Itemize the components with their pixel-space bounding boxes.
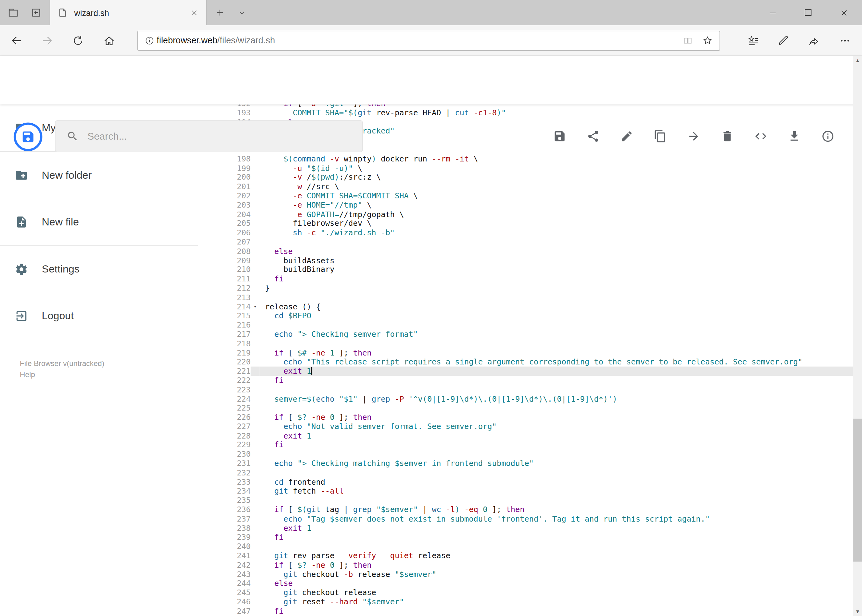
code-line-209[interactable]: 209 buildAssets (220, 256, 853, 265)
code-line-240[interactable]: 240 (220, 542, 853, 551)
code-line-202[interactable]: 202 -e COMMIT_SHA=$COMMIT_SHA \ (220, 191, 853, 201)
save-button[interactable] (553, 130, 566, 143)
code-line-213[interactable]: 213 (220, 293, 853, 302)
code-line-206[interactable]: 206 sh -c "./wizard.sh -b" (220, 228, 853, 237)
copy-button[interactable] (654, 130, 667, 143)
scroll-up-arrow-icon[interactable]: ▲ (853, 56, 862, 65)
window-maximize-button[interactable] (796, 0, 821, 25)
code-line-228[interactable]: 228 exit 1 (220, 431, 853, 440)
sidebar-item-logout[interactable]: Logout (0, 292, 220, 339)
window-minimize-button[interactable] (760, 0, 785, 25)
code-view-button[interactable] (754, 130, 767, 143)
delete-button[interactable] (721, 130, 734, 143)
scrollbar-thumb[interactable] (853, 419, 862, 562)
code-line-215[interactable]: 215 cd $REPO (220, 311, 853, 321)
code-line-241[interactable]: 241 git rev-parse --verify --quiet relea… (220, 551, 853, 560)
forward-button[interactable] (36, 30, 58, 51)
page-scrollbar[interactable]: ▲ ▼ (853, 56, 862, 616)
code-line-210[interactable]: 210 buildBinary (220, 265, 853, 274)
window-close-button[interactable] (831, 0, 856, 25)
set-tabs-aside-icon (30, 6, 42, 19)
search-input[interactable] (86, 130, 362, 143)
code-line-207[interactable]: 207 (220, 237, 853, 247)
code-line-247[interactable]: 247 fi (220, 607, 853, 616)
code-line-212[interactable]: 212} (220, 284, 853, 293)
sidebar-item-new-file[interactable]: New file (0, 198, 220, 245)
info-button[interactable] (821, 130, 835, 143)
code-line-225[interactable]: 225 (220, 404, 853, 413)
address-bar[interactable]: filebrowser.web/files/wizard.sh (137, 31, 720, 50)
set-tabs-aside-button[interactable] (24, 0, 49, 25)
line-number: 198 (220, 154, 251, 163)
web-notes-button[interactable] (772, 30, 794, 51)
refresh-button[interactable] (67, 30, 89, 51)
new-tab-button[interactable] (209, 0, 231, 25)
code-line-214[interactable]: 214▾release () { (220, 302, 853, 311)
code-line-245[interactable]: 245 git checkout release (220, 588, 853, 597)
code-line-204[interactable]: 204 -e GOPATH=//tmp/gopath \ (220, 210, 853, 219)
tab[interactable]: wizard.sh (50, 0, 207, 25)
code-line-224[interactable]: 224 semver=$(echo "$1" | grep -P '^v(0|[… (220, 394, 853, 404)
code-line-243[interactable]: 243 git checkout -b release "$semver" (220, 570, 853, 579)
sidebar-item-settings[interactable]: Settings (0, 246, 220, 292)
reading-view-button[interactable] (682, 35, 693, 46)
code-text: if [ -d ".git" ]; then (259, 104, 853, 108)
code-line-237[interactable]: 237 echo "Tag $semver does not exist in … (220, 514, 853, 523)
code-line-221[interactable]: 221 exit 1 (220, 366, 853, 376)
scroll-down-arrow-icon[interactable]: ▼ (853, 607, 862, 616)
code-line-208[interactable]: 208 else (220, 247, 853, 256)
sidebar-item-new-folder[interactable]: New folder (0, 152, 220, 198)
code-line-244[interactable]: 244 else (220, 579, 853, 588)
code-line-217[interactable]: 217 echo "> Checking semver format" (220, 330, 853, 339)
code-line-226[interactable]: 226 if [ $? -ne 0 ]; then (220, 413, 853, 422)
code-line-236[interactable]: 236 if [ $(git tag | grep "$semver" | wc… (220, 505, 853, 514)
code-line-218[interactable]: 218 (220, 339, 853, 348)
move-button[interactable] (687, 130, 700, 143)
share-file-button[interactable] (586, 130, 600, 143)
code-line-239[interactable]: 239 fi (220, 533, 853, 542)
code-line-216[interactable]: 216 (220, 321, 853, 330)
code-line-246[interactable]: 246 git reset --hard "$semver" (220, 597, 853, 607)
favorite-star-button[interactable] (702, 35, 713, 46)
code-line-242[interactable]: 242 if [ $? -ne 0 ]; then (220, 560, 853, 570)
code-line-211[interactable]: 211 fi (220, 274, 853, 284)
home-button[interactable] (98, 30, 120, 51)
code-line-234[interactable]: 234 git fetch --all (220, 487, 853, 496)
search-box[interactable] (55, 120, 363, 152)
code-line-199[interactable]: 199 -u "$(id -u)" \ (220, 163, 853, 173)
code-line-205[interactable]: 205 filebrowser/dev \ (220, 219, 853, 228)
code-line-223[interactable]: 223 (220, 385, 853, 394)
code-line-230[interactable]: 230 (220, 449, 853, 459)
code-line-203[interactable]: 203 -e HOME="//tmp" \ (220, 201, 853, 210)
line-number: 216 (220, 321, 251, 330)
share-button[interactable] (803, 30, 824, 51)
code-line-219[interactable]: 219 if [ $# -ne 1 ]; then (220, 348, 853, 357)
code-line-229[interactable]: 229 fi (220, 440, 853, 449)
code-line-238[interactable]: 238 exit 1 (220, 523, 853, 533)
back-button[interactable] (6, 30, 27, 51)
app-logo[interactable] (14, 123, 43, 151)
site-info-icon[interactable] (145, 36, 154, 46)
more-options-button[interactable] (834, 30, 856, 51)
fold-arrow-icon[interactable]: ▾ (251, 302, 260, 311)
close-icon (190, 9, 198, 17)
code-line-200[interactable]: 200 -v /$(pwd):/src:z \ (220, 173, 853, 182)
code-line-232[interactable]: 232 (220, 468, 853, 477)
code-line-231[interactable]: 231 echo "> Checking matching $semver in… (220, 459, 853, 468)
download-button[interactable] (788, 130, 801, 143)
code-line-227[interactable]: 227 echo "Not valid semver format. See s… (220, 422, 853, 431)
code-line-222[interactable]: 222 fi (220, 376, 853, 385)
code-editor[interactable]: 192 if [ -d ".git" ]; then193 COMMIT_SHA… (220, 104, 853, 616)
rename-button[interactable] (620, 130, 633, 143)
code-line-233[interactable]: 233 cd frontend (220, 477, 853, 487)
code-line-192[interactable]: 192 if [ -d ".git" ]; then (220, 104, 853, 108)
code-line-235[interactable]: 235 (220, 496, 853, 505)
tab-preview-button[interactable] (1, 0, 25, 25)
tab-close-button[interactable] (186, 5, 202, 20)
code-line-201[interactable]: 201 -w //src \ (220, 182, 853, 191)
tab-list-button[interactable] (231, 0, 253, 25)
code-text: exit 1 (259, 523, 853, 533)
help-link[interactable]: Help (20, 369, 104, 380)
hub-button[interactable] (742, 30, 764, 51)
code-line-220[interactable]: 220 echo "This release script requires a… (220, 357, 853, 366)
